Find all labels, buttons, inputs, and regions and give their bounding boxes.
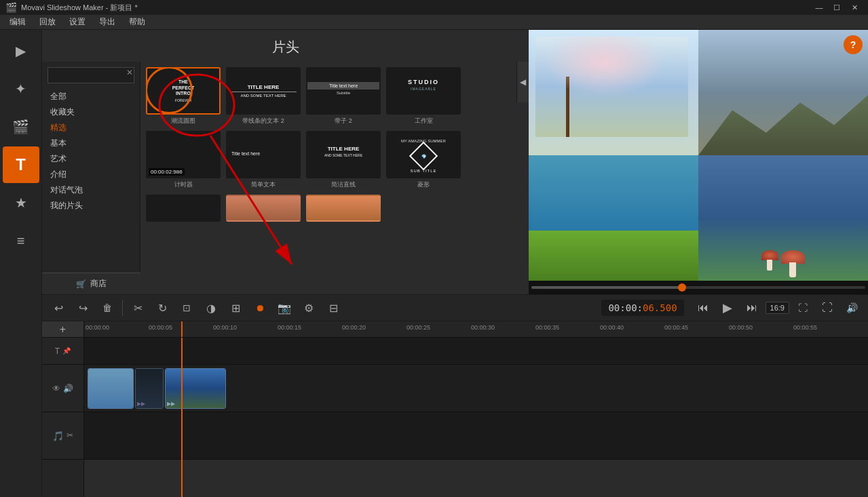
record-button[interactable]: ⏺ <box>249 297 271 319</box>
video-cam-button[interactable]: 📷 <box>273 297 295 319</box>
adjust-button[interactable]: ⊟ <box>322 297 344 319</box>
ruler-mark-0: 00:00:00 <box>86 324 109 331</box>
video-clip-1[interactable] <box>88 368 134 409</box>
progress-thumb[interactable] <box>678 283 686 292</box>
tool-media[interactable]: ▶ <box>3 33 39 69</box>
title-thumb-striped: TITLE HERE AND SOME TEXT HERE <box>226 67 301 115</box>
undo-button[interactable]: ↩ <box>48 297 69 319</box>
category-my[interactable]: 我的片头 <box>48 198 134 214</box>
timeline-header: + 00:00:00 00:00:05 00:00:10 00:00:15 00… <box>42 321 868 338</box>
left-toolbar: ▶ ✦ 🎬 T ★ ≡ <box>0 30 42 497</box>
tracks-area: ▶▶ ▶▶ <box>84 338 868 497</box>
progress-fill <box>531 286 681 289</box>
maximize-button[interactable]: ☐ <box>829 0 845 15</box>
expand-button[interactable]: ⛶ <box>816 297 838 319</box>
progress-bar[interactable] <box>531 286 865 289</box>
title-card-striped[interactable]: TITLE HERE AND SOME TEXT HERE 带线条的文本 2 <box>226 67 301 125</box>
media-icon: ▶ <box>16 43 26 59</box>
eye-icon[interactable]: 👁 <box>52 384 60 393</box>
help-button[interactable]: ? <box>844 35 863 54</box>
titles-panel: 片头 ✕ 全部 收藏夹 精选 基本 艺术 介绍 <box>42 30 529 294</box>
titles-row-1: THEPERFECTINTRO FOREVER 潮流圆图 <box>146 67 511 125</box>
tool-transition[interactable]: ≡ <box>3 222 39 259</box>
track-ctrl-text: T 📌 <box>42 338 83 365</box>
category-favorites[interactable]: 收藏夹 <box>48 104 134 120</box>
redo2-button[interactable]: ↻ <box>151 297 173 319</box>
category-intro[interactable]: 介绍 <box>48 167 134 182</box>
category-basic[interactable]: 基本 <box>48 136 134 151</box>
tool-video[interactable]: 🎬 <box>3 108 39 145</box>
menu-help[interactable]: 帮助 <box>122 15 152 29</box>
category-bubble[interactable]: 对话气泡 <box>48 182 134 198</box>
app-title: Movavi Slideshow Maker - 新项目 * <box>21 3 138 13</box>
redo-button[interactable]: ↪ <box>72 297 94 319</box>
shop-button[interactable]: 🛒 商店 <box>42 273 140 294</box>
title-card-perfect[interactable]: THEPERFECTINTRO FOREVER 潮流圆图 <box>146 67 221 125</box>
cut-button[interactable]: ✂ <box>127 297 149 319</box>
track-ctrl-audio: 🎵 ✂ <box>42 412 83 460</box>
category-art[interactable]: 艺术 <box>48 151 134 167</box>
title-card-clean[interactable]: TITLE HERE AND SOME TEXT HERE 简洁直线 <box>306 131 381 189</box>
volume-button[interactable]: 🔊 <box>841 297 863 319</box>
title-card-more1[interactable] <box>146 195 221 222</box>
category-sidebar: ✕ 全部 收藏夹 精选 基本 艺术 介绍 对话气泡 我的片头 <box>42 62 140 294</box>
tool-sticker[interactable]: ★ <box>3 184 39 221</box>
fx-icon: ✦ <box>15 81 26 97</box>
settings-button[interactable]: ⚙ <box>298 297 320 319</box>
add-track-button[interactable]: + <box>42 321 84 338</box>
content-area: ▶ ✦ 🎬 T ★ ≡ <box>0 30 868 497</box>
menu-export[interactable]: 导出 <box>92 15 122 29</box>
clip-thumb-1 <box>88 369 133 408</box>
color-button[interactable]: ◑ <box>200 297 222 319</box>
title-card-more3[interactable] <box>306 195 381 222</box>
title-card-diamond[interactable]: MY AMAZING SUMMER 💎 SUB TITLE 菱形 <box>386 131 461 189</box>
minimize-button[interactable]: — <box>811 0 827 15</box>
video-clip-2[interactable]: ▶▶ <box>135 368 164 409</box>
timeline-area: + 00:00:00 00:00:05 00:00:10 00:00:15 00… <box>42 321 868 497</box>
track-controls: T 📌 👁 🔊 <box>42 338 84 497</box>
search-input[interactable] <box>48 67 134 83</box>
audio-track-icons: 🎵 ✂ <box>52 431 73 441</box>
title-card-band[interactable]: Title text here Subtitle 带子 2 <box>306 67 381 125</box>
ruler-mark-30: 00:00:30 <box>471 324 495 331</box>
title-card-studio[interactable]: STUDIO IMAGEABLE 工作室 <box>386 67 461 125</box>
preview-quad-4 <box>698 155 868 281</box>
menu-settings[interactable]: 设置 <box>62 15 92 29</box>
delete-button[interactable]: 🗑 <box>96 297 118 319</box>
panel-header: 片头 <box>42 30 529 62</box>
ratio-button[interactable]: 16:9 <box>766 302 789 314</box>
play-button[interactable]: ▶ <box>717 297 738 319</box>
title-label-diamond: 菱形 <box>386 180 461 189</box>
timeline-ruler[interactable]: 00:00:00 00:00:05 00:00:10 00:00:15 00:0… <box>84 321 868 338</box>
collapse-button[interactable]: ◀ <box>516 62 529 102</box>
ruler-mark-20: 00:00:20 <box>342 324 366 331</box>
menu-playback[interactable]: 回放 <box>33 15 62 29</box>
play-prev-button[interactable]: ⏮ <box>692 297 714 319</box>
play-next-button[interactable]: ⏭ <box>741 297 763 319</box>
music-icon: 🎵 <box>52 431 64 441</box>
search-clear[interactable]: ✕ <box>126 68 133 77</box>
close-button[interactable]: ✕ <box>846 0 863 15</box>
category-all[interactable]: 全部 <box>48 89 134 104</box>
title-card-more2[interactable] <box>226 195 301 222</box>
preview-quad-1 <box>529 30 698 155</box>
menu-edit[interactable]: 编辑 <box>3 15 33 29</box>
scissors-icon[interactable]: ✂ <box>67 431 73 441</box>
title-card-simple[interactable]: Title text here 简单文本 <box>226 131 301 189</box>
ruler-mark-15: 00:00:15 <box>278 324 301 331</box>
speaker-icon[interactable]: 🔊 <box>63 384 73 393</box>
separator-1 <box>122 300 123 316</box>
fullscreen-button[interactable]: ⛶ <box>792 297 814 319</box>
progress-bar-container[interactable] <box>529 281 868 294</box>
preview-panel: ? <box>529 30 868 294</box>
title-card-timer[interactable]: 00:00:02:986 计时器 <box>146 131 221 189</box>
video-clip-3[interactable]: ▶▶ <box>165 368 226 409</box>
titles-row-3 <box>146 195 511 222</box>
zoom-fit-button[interactable]: ⊞ <box>225 297 246 319</box>
category-featured[interactable]: 精选 <box>48 120 134 136</box>
tool-fx[interactable]: ✦ <box>3 71 39 107</box>
title-thumb-timer: 00:00:02:986 <box>146 131 221 178</box>
track-ctrl-video: 👁 🔊 <box>42 365 83 412</box>
tool-titles[interactable]: T <box>3 146 39 183</box>
crop-button[interactable]: ⊡ <box>176 297 197 319</box>
